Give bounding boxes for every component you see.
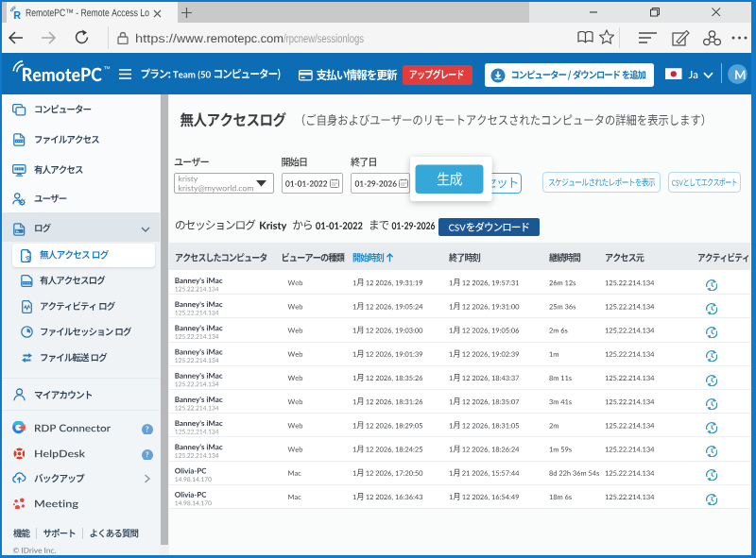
svg-text:R: R bbox=[13, 9, 21, 20]
